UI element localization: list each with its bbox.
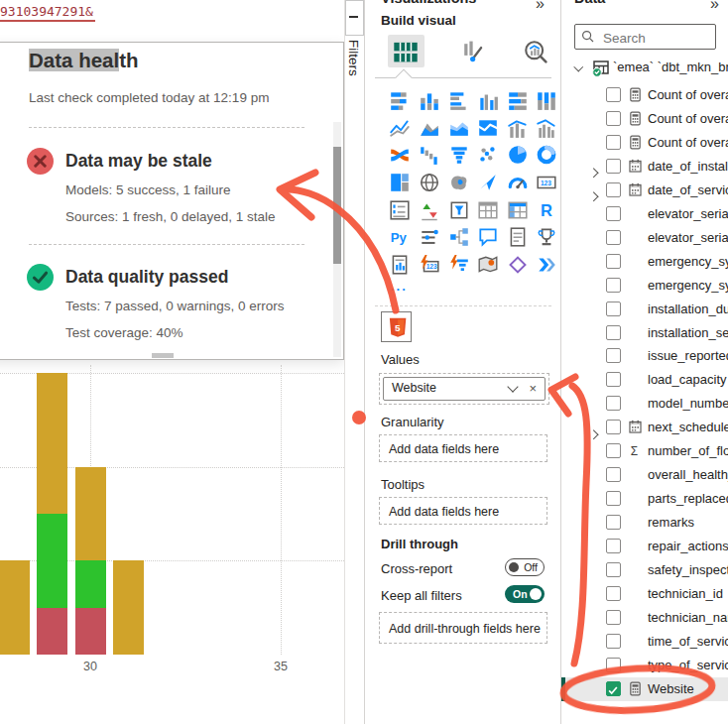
remove-field-icon[interactable]: × bbox=[529, 381, 537, 396]
decomposition-tree-icon[interactable] bbox=[448, 226, 470, 248]
html5-custom-visual-selected[interactable]: 5 bbox=[381, 311, 412, 342]
field-row[interactable]: date_of_service bbox=[561, 179, 728, 202]
filters-pane-label[interactable]: Filters bbox=[346, 40, 361, 76]
field-row[interactable]: emergency_syst. bbox=[561, 274, 728, 298]
chevron-double-right-icon[interactable]: » bbox=[710, 0, 719, 13]
new-slicer-icon[interactable] bbox=[419, 226, 440, 248]
bar-segment-red[interactable] bbox=[37, 608, 67, 655]
bar-segment-red[interactable] bbox=[75, 608, 106, 655]
chevron-down-icon[interactable] bbox=[507, 381, 518, 392]
100-stacked-bar-chart-icon[interactable] bbox=[507, 89, 529, 111]
clustered-bar-chart-icon[interactable] bbox=[448, 89, 470, 111]
field-checkbox[interactable] bbox=[606, 135, 621, 150]
format-visual-icon[interactable] bbox=[459, 39, 485, 64]
field-row[interactable]: technician_id bbox=[561, 582, 728, 606]
multi-row-card-icon[interactable] bbox=[389, 199, 411, 221]
search-input[interactable] bbox=[601, 27, 714, 49]
field-row[interactable]: technician_name bbox=[561, 606, 728, 630]
field-row[interactable]: installation_dur.. bbox=[561, 298, 728, 321]
field-row[interactable]: Σnumber_of_floo. bbox=[561, 439, 728, 463]
map-icon[interactable] bbox=[419, 172, 440, 193]
field-checkbox[interactable] bbox=[606, 325, 621, 340]
power-apps-icon[interactable] bbox=[507, 254, 529, 276]
filled-map-icon[interactable] bbox=[448, 172, 470, 193]
field-row[interactable]: emergency_syst. bbox=[561, 250, 728, 274]
field-checkbox[interactable] bbox=[606, 302, 621, 316]
field-checkbox[interactable] bbox=[606, 420, 621, 434]
q-and-a-icon[interactable] bbox=[477, 226, 499, 248]
field-checkbox[interactable] bbox=[606, 539, 621, 553]
field-row[interactable]: Count of overal.. bbox=[561, 131, 728, 155]
bar-segment-yellow[interactable] bbox=[0, 560, 30, 655]
python-visual-icon[interactable]: Py bbox=[389, 226, 411, 248]
table-root-row[interactable]: `emea` `dbt_mkn_bron. bbox=[561, 56, 728, 79]
line-and-stacked-column-chart-icon[interactable] bbox=[507, 117, 529, 139]
field-row[interactable]: remarks bbox=[561, 511, 728, 535]
field-row[interactable]: installation_serv. bbox=[561, 321, 728, 345]
values-field-chip[interactable]: Website × bbox=[383, 377, 546, 401]
power-automate-icon[interactable] bbox=[536, 254, 557, 276]
popup-vscrollbar-thumb[interactable] bbox=[333, 147, 341, 264]
field-checkbox[interactable] bbox=[606, 515, 621, 530]
get-more-visuals-button[interactable]: ... bbox=[391, 279, 408, 294]
field-row[interactable]: load_capacity bbox=[561, 368, 728, 392]
field-checkbox[interactable] bbox=[606, 658, 621, 672]
cross-report-toggle[interactable]: Off bbox=[505, 558, 545, 576]
lightning-123-icon[interactable]: 123 bbox=[419, 254, 440, 276]
field-checkbox[interactable] bbox=[606, 182, 621, 197]
field-row[interactable]: Count of overal.. bbox=[561, 107, 728, 131]
field-row[interactable]: time_of_service bbox=[561, 630, 728, 654]
field-checkbox[interactable] bbox=[606, 610, 621, 625]
granularity-field-well[interactable]: Add data fields here bbox=[379, 434, 547, 462]
field-checkbox[interactable] bbox=[606, 206, 621, 221]
field-checkbox[interactable] bbox=[606, 111, 621, 126]
clustered-column-chart-icon[interactable] bbox=[477, 89, 499, 111]
field-row[interactable]: overall_health_c. bbox=[561, 463, 728, 487]
pie-chart-icon[interactable] bbox=[507, 144, 529, 166]
field-checkbox[interactable] bbox=[606, 681, 621, 696]
field-row[interactable]: issue_reported bbox=[561, 344, 728, 368]
field-row[interactable]: parts_replaced bbox=[561, 487, 728, 511]
field-checkbox[interactable] bbox=[606, 491, 621, 506]
chevron-right-icon[interactable] bbox=[589, 429, 598, 438]
azure-map-icon[interactable] bbox=[477, 172, 499, 193]
field-row[interactable]: date_of_installa.. bbox=[561, 155, 728, 179]
funnel-chart-icon[interactable] bbox=[448, 144, 470, 166]
100-stacked-column-chart-icon[interactable] bbox=[536, 89, 557, 111]
card-icon[interactable]: 123 bbox=[536, 172, 557, 193]
treemap-icon[interactable] bbox=[389, 172, 411, 193]
field-checkbox[interactable] bbox=[606, 159, 621, 174]
bar-segment-green[interactable] bbox=[75, 560, 106, 607]
values-field-well[interactable]: Website × bbox=[379, 373, 549, 405]
kpi-icon[interactable] bbox=[419, 199, 440, 221]
build-visual-icon[interactable] bbox=[393, 39, 419, 64]
field-checkbox[interactable] bbox=[606, 230, 621, 245]
100-stacked-area-chart-icon[interactable] bbox=[477, 117, 499, 139]
bar-segment-green[interactable] bbox=[37, 514, 67, 608]
popup-hscrollbar-thumb[interactable] bbox=[152, 353, 174, 358]
line-chart-icon[interactable] bbox=[389, 117, 411, 139]
field-checkbox[interactable] bbox=[606, 634, 621, 649]
field-checkbox[interactable] bbox=[606, 278, 621, 293]
goals-icon[interactable] bbox=[536, 226, 557, 248]
arcgis-map-icon[interactable] bbox=[477, 254, 499, 276]
area-chart-icon[interactable] bbox=[419, 117, 440, 139]
field-checkbox[interactable] bbox=[606, 396, 621, 411]
scatter-chart-icon[interactable] bbox=[477, 144, 499, 166]
analytics-icon[interactable] bbox=[523, 39, 548, 64]
field-row[interactable]: Count of overal.. bbox=[561, 83, 728, 107]
field-row[interactable]: Website bbox=[561, 677, 728, 701]
field-checkbox[interactable] bbox=[606, 443, 621, 458]
bar-segment-yellow[interactable] bbox=[113, 560, 144, 655]
field-row[interactable]: model_number bbox=[561, 392, 728, 416]
tooltips-field-well[interactable]: Add data fields here bbox=[379, 497, 547, 525]
search-box[interactable] bbox=[574, 24, 716, 50]
canvas-scrollbar-button[interactable] bbox=[345, 0, 364, 36]
field-checkbox[interactable] bbox=[606, 87, 621, 102]
field-row[interactable]: safety_inspectio. bbox=[561, 558, 728, 582]
bar-segment-yellow[interactable] bbox=[75, 467, 106, 561]
paginated-report-icon[interactable] bbox=[389, 254, 411, 276]
line-and-clustered-column-chart-icon[interactable] bbox=[536, 117, 557, 139]
field-checkbox[interactable] bbox=[606, 254, 621, 269]
chevron-double-right-icon[interactable]: » bbox=[536, 0, 545, 13]
